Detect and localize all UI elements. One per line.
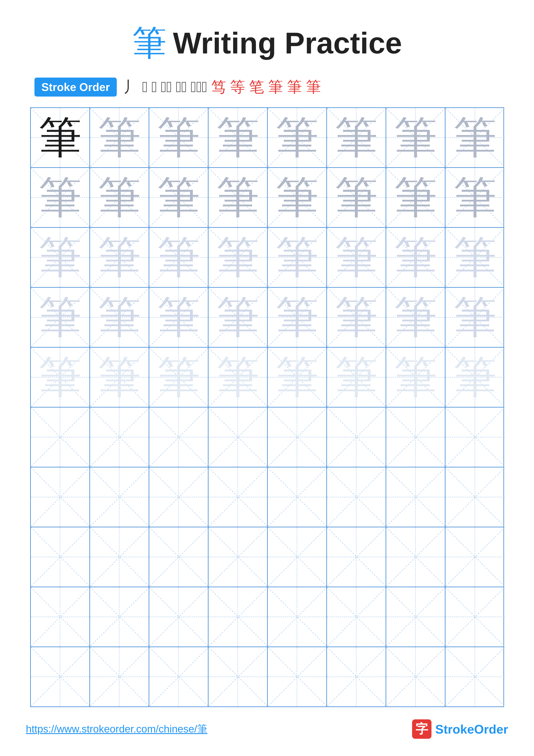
- grid-cell-10-4[interactable]: [209, 647, 268, 706]
- grid-cell-4-5[interactable]: 筆: [268, 288, 327, 347]
- grid-cell-3-6[interactable]: 筆: [327, 228, 386, 287]
- grid-cell-2-5[interactable]: 筆: [268, 168, 327, 227]
- grid-cell-6-2[interactable]: [90, 408, 149, 467]
- grid-cell-2-6[interactable]: 筆: [327, 168, 386, 227]
- grid-cell-6-1[interactable]: [31, 408, 90, 467]
- grid-cell-10-7[interactable]: [386, 647, 445, 706]
- grid-cell-1-5[interactable]: 筆: [268, 108, 327, 167]
- grid-cell-7-2[interactable]: [90, 468, 149, 527]
- svg-line-125: [386, 527, 445, 587]
- grid-cell-5-1[interactable]: 筆: [31, 348, 90, 407]
- grid-cell-6-4[interactable]: [209, 408, 268, 467]
- practice-char: 筆: [335, 236, 378, 279]
- grid-cell-9-7[interactable]: [386, 587, 445, 647]
- footer-url[interactable]: https://www.strokeorder.com/chinese/筆: [26, 722, 207, 736]
- grid-cell-5-5[interactable]: 筆: [268, 348, 327, 407]
- practice-char: 筆: [394, 176, 437, 219]
- grid-cell-9-3[interactable]: [149, 587, 209, 647]
- grid-cell-4-8[interactable]: 筆: [445, 288, 505, 347]
- grid-cell-4-2[interactable]: 筆: [90, 288, 149, 347]
- grid-cell-8-7[interactable]: [386, 527, 445, 587]
- grid-cell-3-3[interactable]: 筆: [149, 228, 209, 287]
- grid-cell-6-6[interactable]: [327, 408, 386, 467]
- grid-cell-5-6[interactable]: 筆: [327, 348, 386, 407]
- practice-char: 筆: [335, 296, 378, 339]
- grid-cell-1-8[interactable]: 筆: [445, 108, 505, 167]
- grid-cell-5-8[interactable]: 筆: [445, 348, 505, 407]
- grid-cell-1-3[interactable]: 筆: [149, 108, 209, 167]
- grid-row-5: 筆 筆 筆 筆 筆 筆 筆: [31, 348, 503, 408]
- svg-line-104: [268, 468, 326, 527]
- grid-cell-1-4[interactable]: 筆: [209, 108, 268, 167]
- grid-cell-6-7[interactable]: [386, 408, 445, 467]
- grid-cell-1-2[interactable]: 筆: [90, 108, 149, 167]
- grid-cell-10-3[interactable]: [149, 647, 209, 706]
- grid-cell-5-3[interactable]: 筆: [149, 348, 209, 407]
- grid-cell-3-4[interactable]: 筆: [209, 228, 268, 287]
- grid-cell-3-5[interactable]: 筆: [268, 228, 327, 287]
- grid-cell-8-1[interactable]: [31, 527, 90, 587]
- grid-cell-8-3[interactable]: [149, 527, 209, 587]
- grid-cell-10-2[interactable]: [90, 647, 149, 706]
- stroke-step-2: 𠂆: [142, 80, 148, 94]
- grid-cell-1-1[interactable]: 筆: [31, 108, 90, 167]
- grid-cell-8-4[interactable]: [209, 527, 268, 587]
- grid-cell-9-6[interactable]: [327, 587, 386, 647]
- svg-line-117: [149, 527, 208, 587]
- grid-cell-3-7[interactable]: 筆: [386, 228, 445, 287]
- practice-char: 筆: [394, 356, 437, 399]
- grid-cell-9-1[interactable]: [31, 587, 90, 647]
- grid-cell-7-4[interactable]: [209, 468, 268, 527]
- grid-cell-2-4[interactable]: 筆: [209, 168, 268, 227]
- grid-cell-9-4[interactable]: [209, 587, 268, 647]
- svg-line-115: [90, 527, 149, 587]
- grid-cell-10-8[interactable]: [445, 647, 505, 706]
- practice-char: 筆: [216, 356, 259, 399]
- svg-line-128: [31, 587, 89, 647]
- grid-cell-7-1[interactable]: [31, 468, 90, 527]
- grid-cell-4-1[interactable]: 筆: [31, 288, 90, 347]
- grid-cell-5-4[interactable]: 筆: [209, 348, 268, 407]
- grid-cell-4-4[interactable]: 筆: [209, 288, 268, 347]
- grid-cell-2-2[interactable]: 筆: [90, 168, 149, 227]
- grid-cell-9-2[interactable]: [90, 587, 149, 647]
- grid-cell-7-8[interactable]: [445, 468, 505, 527]
- grid-cell-2-1[interactable]: 筆: [31, 168, 90, 227]
- grid-cell-7-7[interactable]: [386, 468, 445, 527]
- grid-cell-6-8[interactable]: [445, 408, 505, 467]
- grid-cell-4-7[interactable]: 筆: [386, 288, 445, 347]
- grid-cell-6-3[interactable]: [149, 408, 209, 467]
- grid-cell-4-6[interactable]: 筆: [327, 288, 386, 347]
- practice-char: 筆: [157, 176, 200, 219]
- grid-cell-1-6[interactable]: 筆: [327, 108, 386, 167]
- grid-cell-7-3[interactable]: [149, 468, 209, 527]
- svg-line-86: [209, 408, 267, 467]
- grid-cell-8-5[interactable]: [268, 527, 327, 587]
- grid-cell-8-2[interactable]: [90, 527, 149, 587]
- grid-cell-3-1[interactable]: 筆: [31, 228, 90, 287]
- grid-cell-7-6[interactable]: [327, 468, 386, 527]
- grid-cell-1-7[interactable]: 筆: [386, 108, 445, 167]
- grid-cell-8-6[interactable]: [327, 527, 386, 587]
- grid-cell-10-5[interactable]: [268, 647, 327, 706]
- grid-cell-3-2[interactable]: 筆: [90, 228, 149, 287]
- grid-cell-8-8[interactable]: [445, 527, 505, 587]
- grid-cell-10-6[interactable]: [327, 647, 386, 706]
- grid-cell-4-3[interactable]: 筆: [149, 288, 209, 347]
- grid-cell-5-2[interactable]: 筆: [90, 348, 149, 407]
- grid-cell-2-3[interactable]: 筆: [149, 168, 209, 227]
- grid-cell-2-7[interactable]: 筆: [386, 168, 445, 227]
- practice-char: 筆: [394, 296, 437, 339]
- grid-cell-5-7[interactable]: 筆: [386, 348, 445, 407]
- svg-line-95: [445, 408, 505, 467]
- svg-line-83: [90, 408, 149, 467]
- grid-row-7: [31, 468, 503, 527]
- grid-cell-9-5[interactable]: [268, 587, 327, 647]
- grid-cell-2-8[interactable]: 筆: [445, 168, 505, 227]
- grid-cell-6-5[interactable]: [268, 408, 327, 467]
- grid-cell-7-5[interactable]: [268, 468, 327, 527]
- grid-cell-10-1[interactable]: [31, 647, 90, 706]
- svg-line-84: [149, 408, 208, 467]
- grid-cell-9-8[interactable]: [445, 587, 505, 647]
- grid-cell-3-8[interactable]: 筆: [445, 228, 505, 287]
